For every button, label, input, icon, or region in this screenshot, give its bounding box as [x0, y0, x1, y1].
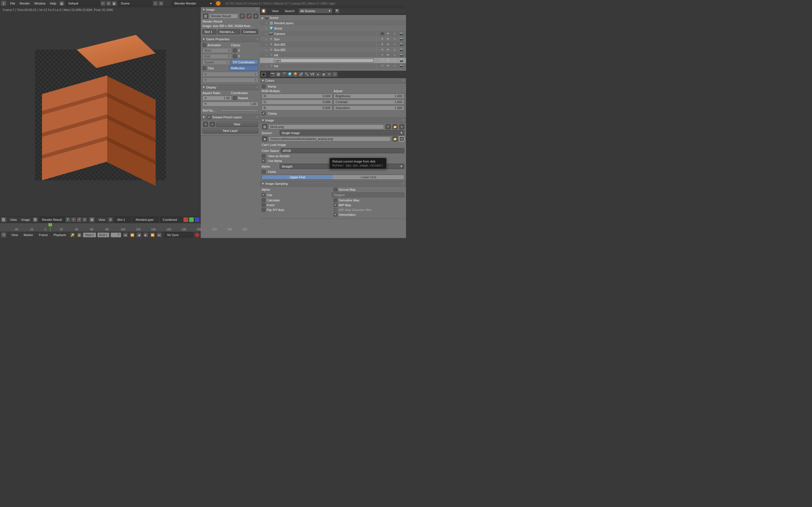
tiles-check[interactable] — [202, 66, 206, 70]
render-engine-dropdown[interactable]: Blender Render▾ — [172, 1, 214, 6]
tree-toggle-icon[interactable]: ○ — [266, 43, 268, 46]
delete-layout-icon[interactable]: ✕ — [106, 1, 111, 6]
slot-name-field[interactable] — [220, 110, 258, 111]
outliner-editor-icon[interactable]: 📋 — [261, 8, 266, 13]
tree-row-world[interactable]: ○🌍World — [260, 25, 406, 31]
outliner-view-menu[interactable]: View — [269, 9, 281, 13]
reflection-button[interactable]: Reflection — [229, 66, 258, 71]
cursor-icon[interactable]: ↖ — [393, 42, 397, 47]
normal-map-check[interactable] — [334, 187, 338, 191]
footer-view-menu[interactable]: View — [8, 218, 19, 221]
open-image-icon[interactable]: 📁 — [393, 124, 398, 129]
channel-b-icon[interactable] — [195, 217, 200, 222]
tree-row-top[interactable]: ○▽top│▽👁↖📷 — [260, 63, 406, 68]
tab-modifiers[interactable]: 🔧 — [304, 71, 309, 77]
gp-new-button[interactable]: New — [216, 121, 258, 127]
image-datablock-icon[interactable]: 🖼 — [262, 124, 267, 129]
image-viewport[interactable] — [0, 14, 201, 216]
current-frame-field[interactable]: 7 — [110, 232, 121, 237]
scene-browse-icon[interactable]: ▦ — [112, 1, 117, 6]
new-layer-button[interactable]: New Layer — [202, 128, 258, 133]
ramp-check[interactable] — [262, 84, 266, 89]
view-as-render-check[interactable] — [262, 154, 266, 158]
pivot-icon[interactable]: ⊕ — [108, 217, 113, 222]
gp-pencil-icon[interactable]: ✎ — [203, 122, 208, 127]
clamp-check[interactable] — [262, 112, 266, 115]
calculate-check[interactable] — [262, 198, 266, 202]
filepath-input[interactable]: //minecraft/textures/blocks/planks_acaci… — [268, 136, 391, 142]
pin-image-icon[interactable]: 📌 — [246, 13, 252, 18]
end-field[interactable]: End:0 — [202, 54, 232, 59]
menu-render[interactable]: Render — [17, 2, 32, 5]
jump-end-icon[interactable]: ⏭ — [157, 232, 162, 237]
eye-icon[interactable]: 👁 — [386, 32, 390, 36]
tab-particles[interactable]: ✦ — [326, 71, 332, 77]
combine-select[interactable]: Combine — [241, 29, 258, 34]
image-name-dropdown[interactable]: Render Result — [40, 217, 65, 222]
interpolation-check[interactable] — [334, 213, 338, 217]
add-layout-icon[interactable]: + — [100, 1, 105, 6]
start-field[interactable]: Start:0 — [202, 48, 232, 53]
unlink-icon[interactable]: ✕ — [82, 217, 87, 222]
r-field[interactable]: R:0.608 — [262, 94, 333, 99]
slot-dropdown[interactable]: Slot 1 — [114, 217, 132, 222]
speed-field[interactable]: Speed:1 — [202, 60, 230, 65]
add-scene-icon[interactable]: + — [153, 1, 158, 6]
tree-toggle-icon[interactable]: ○ — [266, 54, 268, 57]
gp-add-icon[interactable]: + — [210, 122, 215, 127]
tangent-select[interactable]: Tangent — [332, 192, 404, 198]
render-icon[interactable]: 📷 — [399, 32, 404, 36]
eye-icon[interactable]: 👁 — [386, 58, 390, 63]
image-name-input[interactable]: block.png — [268, 124, 384, 129]
tree-row-renderlayers[interactable]: ○🖼RenderLayers — [260, 20, 406, 25]
play-icon[interactable]: ▶ — [143, 232, 148, 237]
render-icon[interactable]: 📷 — [399, 48, 404, 52]
footer-image-menu[interactable]: Image — [19, 218, 32, 221]
renderlayer-select[interactable]: RenderLa... — [218, 29, 240, 34]
uv-coords-button[interactable]: UV Coordinates — [231, 60, 258, 65]
image-panel-header[interactable]: ▼Image⠿ — [201, 7, 260, 12]
tree-toggle-icon[interactable]: ◢ — [261, 16, 264, 19]
jump-start-icon[interactable]: ⏮ — [123, 232, 128, 237]
scene-dropdown[interactable]: Scene — [118, 1, 152, 6]
render-icon[interactable]: 📷 — [399, 37, 404, 41]
tab-texture[interactable]: ▦ — [321, 71, 326, 77]
properties-editor-icon[interactable]: 📱 — [261, 72, 266, 77]
fake-user-button[interactable]: F — [386, 124, 391, 129]
fields-check[interactable] — [262, 170, 266, 174]
menu-file[interactable]: File — [8, 2, 17, 5]
tab-data[interactable]: ▽2 — [310, 71, 315, 77]
mipmap-check[interactable] — [334, 203, 338, 207]
tree-toggle-icon[interactable]: ○ — [266, 27, 268, 30]
aspect-x-field[interactable]: X:1.00 — [202, 96, 232, 101]
outliner-tree[interactable]: ◢🎬Scene○🖼RenderLayers○🌍World○📷Camera│🎥👁↖… — [260, 15, 406, 71]
tiles-x-field[interactable]: X:1 — [202, 71, 258, 76]
tree-row-camera[interactable]: ○📷Camera│🎥👁↖📷 — [260, 31, 406, 36]
eye-icon[interactable]: 👁 — [386, 53, 390, 57]
timeline-playback-menu[interactable]: Playback — [51, 233, 68, 237]
derivative-check[interactable] — [334, 198, 338, 202]
tree-row-left[interactable]: ○▽left│▽👁↖📷 — [260, 52, 406, 58]
timeline-editor-icon[interactable]: ⏱ — [1, 232, 6, 237]
tree-toggle-icon[interactable]: ○ — [266, 22, 268, 24]
g-field[interactable]: G:0.608 — [262, 100, 333, 105]
render-icon[interactable]: 📷 — [399, 58, 404, 63]
tree-toggle-icon[interactable]: ○ — [266, 59, 268, 62]
eye-icon[interactable]: 👁 — [386, 64, 390, 68]
tab-world[interactable]: 🌍 — [287, 71, 292, 77]
outliner-scope-dropdown[interactable]: All Scenes▾ — [299, 8, 333, 13]
autokeying-icon[interactable]: 🔑 — [70, 232, 75, 237]
render-icon[interactable]: 📷 — [399, 42, 404, 47]
view-mode-icon[interactable]: ▦ — [89, 217, 94, 222]
record-icon[interactable] — [195, 232, 200, 237]
tree-toggle-icon[interactable]: ○ — [266, 33, 268, 35]
screen-browse-icon[interactable]: ▦ — [59, 1, 64, 6]
editor-type-icon[interactable]: ℹ — [1, 1, 6, 6]
tree-toggle-icon[interactable]: ○ — [266, 38, 268, 41]
animated-check[interactable] — [202, 43, 206, 47]
use-alpha-check[interactable] — [262, 159, 266, 163]
unlink-image-button[interactable]: ✕ — [399, 124, 404, 129]
tiles-y-field[interactable]: Y:1 — [202, 77, 258, 82]
f-fake-user[interactable]: F — [240, 13, 245, 18]
tab-material[interactable]: ● — [315, 71, 320, 77]
